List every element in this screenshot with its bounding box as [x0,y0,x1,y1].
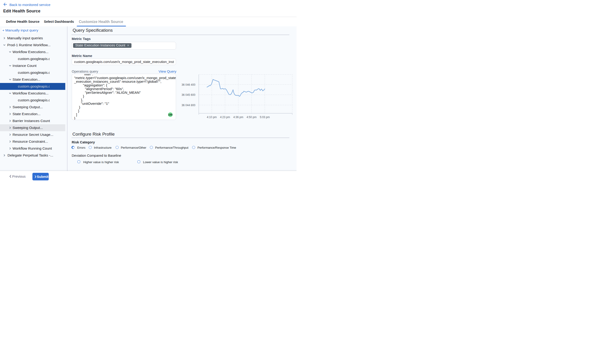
svg-text:5:03 pm: 5:03 pm [260,116,270,119]
svg-text:4:50 pm: 4:50 pm [247,116,256,119]
svg-text:36 046 400: 36 046 400 [182,83,195,86]
svg-text:36 045 600: 36 045 600 [182,93,195,97]
svg-text:4:10 pm: 4:10 pm [207,116,217,119]
svg-text:4:36 pm: 4:36 pm [233,116,243,119]
svg-text:4:23 pm: 4:23 pm [220,116,230,119]
svg-text:36 044 800: 36 044 800 [182,104,195,107]
